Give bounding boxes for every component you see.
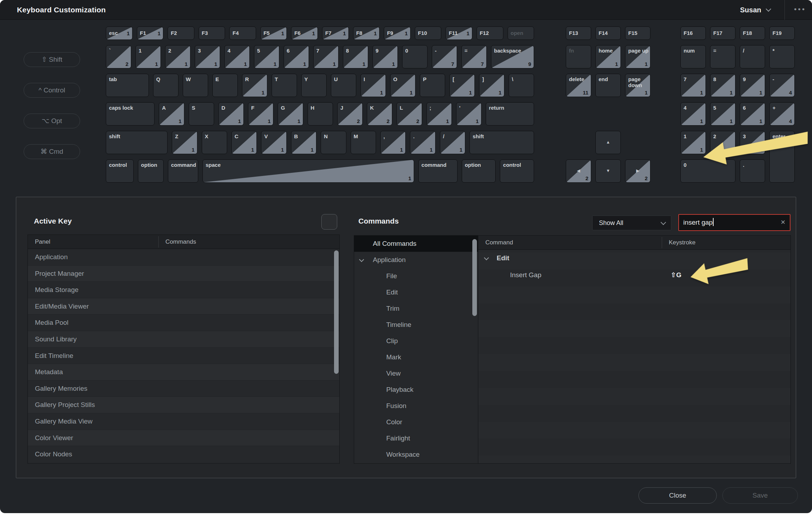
key-f2[interactable]: F2: [168, 26, 194, 40]
key-k[interactable]: K2: [367, 102, 392, 126]
key-sym[interactable]: '1: [456, 102, 481, 126]
key-sym[interactable]: [1: [449, 74, 475, 97]
key-o[interactable]: O1: [390, 74, 416, 97]
key-delete[interactable]: delete11: [566, 74, 591, 97]
key-f14[interactable]: F14: [595, 26, 621, 40]
key-f7[interactable]: F71: [322, 26, 349, 40]
key-w[interactable]: W: [183, 74, 208, 97]
key-control[interactable]: control: [106, 159, 134, 183]
key-fn[interactable]: fn: [566, 45, 591, 68]
key-f9[interactable]: F91: [384, 26, 411, 40]
panel-list-row[interactable]: Project Manager: [28, 266, 339, 282]
key-s[interactable]: S: [189, 102, 214, 126]
show-all-dropdown[interactable]: Show All: [592, 215, 671, 230]
panel-list-row[interactable]: Gallery Media View: [28, 413, 339, 430]
tree-item-fairlight[interactable]: Fairlight: [354, 430, 478, 446]
key-command[interactable]: command: [418, 159, 457, 183]
key-tab[interactable]: tab: [106, 74, 149, 97]
key-r[interactable]: R1: [242, 74, 267, 97]
key-sym[interactable]: ▼: [595, 159, 621, 183]
key-6[interactable]: 61: [740, 102, 765, 126]
key-shift[interactable]: shift: [106, 131, 168, 154]
modifier-shift-button[interactable]: ⇧ Shift: [24, 52, 80, 67]
key-7[interactable]: 71: [680, 74, 706, 97]
key-9[interactable]: 91: [740, 74, 765, 97]
key-sym[interactable]: +4: [769, 102, 795, 126]
key-backspace[interactable]: backspace9: [491, 45, 534, 68]
key-p[interactable]: P: [420, 74, 445, 97]
panel-list-row[interactable]: Media Pool: [28, 315, 339, 331]
key-esc[interactable]: esc1: [106, 26, 133, 40]
tree-item-timeline[interactable]: Timeline: [354, 317, 478, 333]
tree-item-view[interactable]: View: [354, 365, 478, 382]
key-sym[interactable]: /: [740, 45, 765, 68]
panel-list-row[interactable]: Application: [28, 249, 339, 266]
key-num[interactable]: num: [680, 45, 706, 68]
key-c[interactable]: C1: [231, 131, 257, 154]
key-f1[interactable]: F11: [137, 26, 164, 40]
panel-list-row[interactable]: Edit Timeline: [28, 348, 339, 364]
tree-item-file[interactable]: File: [354, 268, 478, 284]
key-l[interactable]: L2: [396, 102, 422, 126]
tree-item-color[interactable]: Color: [354, 414, 478, 430]
command-search-input[interactable]: insert gap ✕: [678, 214, 790, 231]
key-f18[interactable]: F18: [740, 26, 765, 40]
key-sym[interactable]: ,1: [380, 131, 406, 154]
key-return[interactable]: return: [486, 102, 534, 126]
panel-list-row[interactable]: Gallery Project Stills: [28, 397, 339, 413]
key-sym[interactable]: `2: [106, 45, 131, 68]
key-page-down[interactable]: page down1: [625, 74, 650, 97]
save-button[interactable]: Save: [722, 487, 798, 504]
tree-scrollbar[interactable]: [472, 239, 477, 316]
key-end[interactable]: end: [595, 74, 621, 97]
panel-list-row[interactable]: Sound Library: [28, 331, 339, 348]
tree-item-fusion[interactable]: Fusion: [354, 398, 478, 414]
key-f[interactable]: F1: [248, 102, 273, 126]
key-sym[interactable]: ▲: [595, 131, 621, 154]
modifier-cmd-button[interactable]: ⌘ Cmd: [24, 144, 80, 159]
key-sym[interactable]: -4: [769, 74, 795, 97]
key-9[interactable]: 91: [372, 45, 398, 68]
key-j[interactable]: J2: [337, 102, 363, 126]
key-sym[interactable]: \: [509, 74, 534, 97]
key-f16[interactable]: F16: [680, 26, 706, 40]
panel-list-row[interactable]: Color Viewer: [28, 430, 339, 446]
key-x[interactable]: X: [202, 131, 227, 154]
key-sym[interactable]: ]1: [479, 74, 504, 97]
key-4[interactable]: 41: [224, 45, 250, 68]
key-sym[interactable]: /1: [440, 131, 465, 154]
key-f3[interactable]: F3: [199, 26, 225, 40]
panel-list-row[interactable]: Gallery Memories: [28, 381, 339, 397]
key-0[interactable]: 0: [402, 45, 428, 68]
key-n[interactable]: N: [321, 131, 346, 154]
key-v[interactable]: V1: [261, 131, 286, 154]
tree-item-all-commands[interactable]: All Commands: [354, 236, 478, 252]
key-g[interactable]: G1: [278, 102, 303, 126]
key-sym[interactable]: -7: [432, 45, 457, 68]
tree-item-playback[interactable]: Playback: [354, 382, 478, 398]
key-sym[interactable]: ◀2: [566, 159, 591, 183]
panel-list-row[interactable]: Metadata: [28, 364, 339, 381]
key-6[interactable]: 61: [284, 45, 309, 68]
key-space[interactable]: space1: [202, 159, 414, 183]
close-button[interactable]: Close: [638, 487, 717, 504]
key-t[interactable]: T: [272, 74, 297, 97]
key-q[interactable]: Q: [153, 74, 178, 97]
key-f12[interactable]: F12: [477, 26, 503, 40]
key-f6[interactable]: F61: [291, 26, 318, 40]
key-y[interactable]: Y: [301, 74, 327, 97]
key-7[interactable]: 71: [313, 45, 339, 68]
panel-list-row[interactable]: Media Storage: [28, 282, 339, 298]
key-caps-lock[interactable]: caps lock: [106, 102, 154, 126]
key-i[interactable]: I1: [360, 74, 386, 97]
tree-item-mark[interactable]: Mark: [354, 349, 478, 365]
modifier-opt-button[interactable]: ⌥ Opt: [24, 114, 80, 128]
tree-item-edit[interactable]: Edit: [354, 284, 478, 300]
active-key-scrollbar[interactable]: [334, 250, 339, 374]
key-option[interactable]: option: [462, 159, 496, 183]
key-e[interactable]: E: [212, 74, 238, 97]
panel-list-row[interactable]: Edit/Media Viewer: [28, 298, 339, 315]
tree-item-application[interactable]: Application: [354, 252, 478, 268]
modifier-control-button[interactable]: ^ Control: [24, 83, 80, 98]
key-f15[interactable]: F15: [625, 26, 650, 40]
